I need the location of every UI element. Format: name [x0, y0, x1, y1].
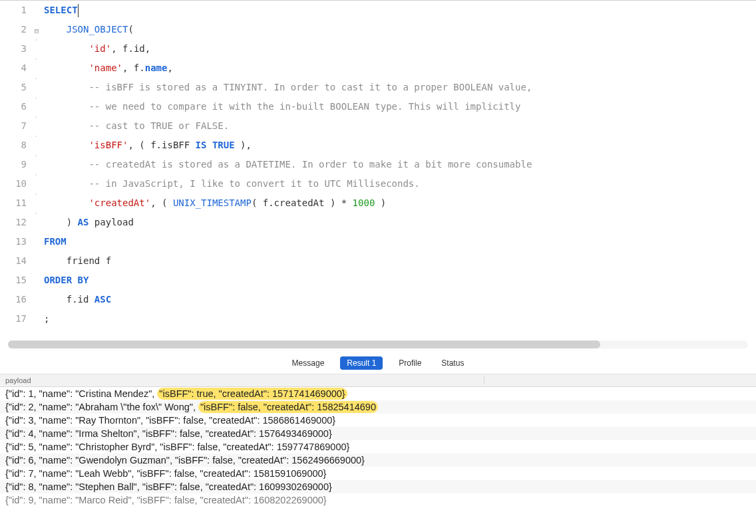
fold-gutter	[36, 97, 41, 98]
line-number: 1	[0, 1, 32, 20]
code-line[interactable]: 11 'createdAt', ( UNIX_TIMESTAMP( f.crea…	[0, 194, 756, 213]
code-line[interactable]: 4 'name', f.name,	[0, 59, 756, 78]
line-number: 9	[0, 155, 32, 174]
code-line[interactable]: 7 -- cast to TRUE or FALSE.	[0, 116, 756, 136]
code-content[interactable]: -- we need to compare it with the in-bui…	[41, 97, 520, 116]
tab-message[interactable]: Message	[288, 356, 329, 370]
line-number: 13	[0, 232, 32, 251]
text-cursor	[78, 4, 79, 17]
code-line[interactable]: 12 ) AS payload	[0, 213, 756, 232]
highlighted-text: "isBFF": false, "createdAt": 15825414690	[198, 401, 378, 413]
code-line[interactable]: 17;	[0, 309, 756, 329]
column-header-payload[interactable]: payload	[5, 376, 484, 384]
code-line[interactable]: 13FROM	[0, 232, 756, 251]
result-text: {"id": 3, "name": "Ray Thornton", "isBFF…	[5, 415, 335, 426]
code-line[interactable]: 16 f.id ASC	[0, 290, 756, 309]
fold-gutter	[36, 39, 41, 41]
result-text: {"id": 1, "name": "Cristina Mendez",	[5, 388, 157, 399]
result-row[interactable]: {"id": 7, "name": "Leah Webb", "isBFF": …	[0, 467, 756, 480]
code-line[interactable]: 14 friend f	[0, 251, 756, 271]
result-row[interactable]: {"id": 9, "name": "Marco Reid", "isBFF":…	[0, 493, 756, 507]
code-content[interactable]: JSON_OBJECT(	[41, 20, 134, 39]
result-row[interactable]: {"id": 8, "name": "Stephen Ball", "isBFF…	[0, 480, 756, 493]
result-row[interactable]: {"id": 5, "name": "Christopher Byrd", "i…	[0, 440, 756, 454]
line-number: 12	[0, 213, 32, 232]
code-content[interactable]: f.id ASC	[41, 290, 111, 309]
result-row[interactable]: {"id": 6, "name": "Gwendolyn Guzman", "i…	[0, 454, 756, 467]
code-content[interactable]: ORDER BY	[41, 271, 89, 290]
fold-gutter	[36, 116, 41, 118]
results-grid[interactable]: {"id": 1, "name": "Cristina Mendez", "is…	[0, 387, 756, 507]
fold-gutter	[36, 59, 41, 60]
result-tabs: MessageResult 1ProfileStatus	[0, 352, 756, 374]
line-number: 14	[0, 251, 32, 271]
code-content[interactable]: -- isBFF is stored as a TINYINT. In orde…	[41, 78, 532, 97]
sql-editor[interactable]: 1SELECT2⊟ JSON_OBJECT(3 'id', f.id,4 'na…	[0, 0, 756, 339]
result-text: {"id": 6, "name": "Gwendolyn Guzman", "i…	[5, 455, 365, 466]
fold-gutter	[36, 136, 41, 137]
code-content[interactable]: SELECT	[41, 1, 79, 20]
result-text: {"id": 8, "name": "Stephen Ball", "isBFF…	[5, 481, 332, 492]
fold-gutter	[32, 309, 41, 311]
code-content[interactable]: -- cast to TRUE or FALSE.	[41, 116, 229, 136]
code-line[interactable]: 5 -- isBFF is stored as a TINYINT. In or…	[0, 78, 756, 97]
fold-gutter	[36, 194, 41, 195]
line-number: 5	[0, 78, 32, 97]
line-number: 3	[0, 39, 32, 59]
line-number: 17	[0, 309, 32, 329]
horizontal-scrollbar[interactable]	[8, 340, 748, 348]
code-line[interactable]: 3 'id', f.id,	[0, 39, 756, 59]
line-number: 16	[0, 290, 32, 309]
code-content[interactable]: ) AS payload	[41, 213, 134, 232]
code-line[interactable]: 15ORDER BY	[0, 271, 756, 290]
fold-gutter	[32, 251, 41, 253]
result-row[interactable]: {"id": 3, "name": "Ray Thornton", "isBFF…	[0, 414, 756, 427]
code-content[interactable]: 'createdAt', ( UNIX_TIMESTAMP( f.created…	[41, 194, 386, 213]
tab-status[interactable]: Status	[437, 356, 468, 370]
fold-gutter	[36, 78, 41, 79]
result-text: {"id": 2, "name": "Abraham \"the fox\" W…	[5, 402, 198, 412]
result-row[interactable]: {"id": 4, "name": "Irma Shelton", "isBFF…	[0, 427, 756, 440]
line-number: 7	[0, 116, 32, 136]
line-number: 4	[0, 59, 32, 78]
result-row[interactable]: {"id": 1, "name": "Cristina Mendez", "is…	[0, 387, 756, 400]
line-number: 2	[0, 20, 32, 39]
result-text: {"id": 7, "name": "Leah Webb", "isBFF": …	[5, 468, 326, 479]
line-number: 10	[0, 174, 32, 194]
code-line[interactable]: 9 -- createdAt is stored as a DATETIME. …	[0, 155, 756, 174]
fold-gutter	[36, 174, 41, 176]
code-line[interactable]: 1SELECT	[0, 1, 756, 20]
result-text: {"id": 9, "name": "Marco Reid", "isBFF":…	[5, 495, 327, 505]
line-number: 15	[0, 271, 32, 290]
code-content[interactable]: 'id', f.id,	[41, 39, 150, 59]
results-header: payload	[0, 374, 756, 387]
code-content[interactable]: ;	[41, 309, 49, 329]
code-content[interactable]: friend f	[41, 251, 111, 271]
highlighted-text: "isBFF": true, "createdAt": 157174146900…	[157, 388, 347, 400]
fold-gutter	[32, 1, 41, 2]
line-number: 6	[0, 97, 32, 116]
code-content[interactable]: FROM	[41, 232, 67, 251]
fold-gutter	[32, 290, 41, 291]
result-row[interactable]: {"id": 2, "name": "Abraham \"the fox\" W…	[0, 400, 756, 414]
code-content[interactable]: 'isBFF', ( f.isBFF IS TRUE ),	[41, 136, 252, 155]
result-text: {"id": 5, "name": "Christopher Byrd", "i…	[5, 442, 349, 452]
fold-gutter	[32, 271, 41, 272]
fold-gutter	[36, 213, 41, 214]
line-number: 8	[0, 136, 32, 155]
code-line[interactable]: 2⊟ JSON_OBJECT(	[0, 20, 756, 39]
scrollbar-thumb[interactable]	[8, 340, 600, 348]
fold-gutter	[32, 232, 41, 233]
code-line[interactable]: 10 -- in JavaScript, I like to convert i…	[0, 174, 756, 194]
tab-profile[interactable]: Profile	[395, 356, 425, 370]
fold-gutter	[36, 155, 41, 156]
code-content[interactable]: -- createdAt is stored as a DATETIME. In…	[41, 155, 532, 174]
code-line[interactable]: 6 -- we need to compare it with the in-b…	[0, 97, 756, 116]
code-line[interactable]: 8 'isBFF', ( f.isBFF IS TRUE ),	[0, 136, 756, 155]
tab-result-1[interactable]: Result 1	[340, 356, 383, 370]
line-number: 11	[0, 194, 32, 213]
code-content[interactable]: 'name', f.name,	[41, 59, 173, 78]
code-content[interactable]: -- in JavaScript, I like to convert it t…	[41, 174, 420, 194]
fold-gutter[interactable]: ⊟	[32, 20, 41, 41]
result-text: {"id": 4, "name": "Irma Shelton", "isBFF…	[5, 428, 332, 439]
